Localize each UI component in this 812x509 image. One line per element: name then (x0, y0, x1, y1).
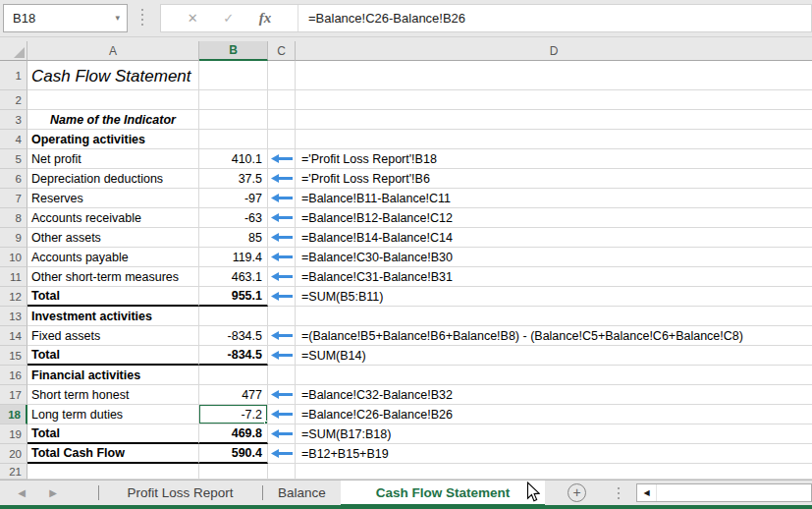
cell-A10[interactable]: Accounts payable (27, 248, 199, 267)
cell-B10[interactable]: 119.4 (199, 248, 268, 267)
cell-C21[interactable] (268, 464, 296, 480)
cell-A13[interactable]: Investment activities (27, 307, 199, 326)
cell-C18[interactable] (268, 405, 296, 424)
cell-A9[interactable]: Other assets (27, 228, 199, 248)
cell-D6[interactable]: ='Profit Loss Report'!B6 (296, 169, 812, 189)
row-header-12[interactable]: 12 (0, 287, 27, 307)
cell-D10[interactable]: =Balance!C30-Balance!B30 (296, 248, 812, 267)
cell-C9[interactable] (268, 228, 296, 248)
sheet-tab-balance[interactable]: Balance (263, 481, 341, 506)
cell-C20[interactable] (268, 444, 296, 464)
cell-B3[interactable] (199, 110, 268, 130)
cell-A4[interactable]: Operating activities (27, 130, 199, 149)
cell-B9[interactable]: 85 (199, 228, 268, 248)
row-header-15[interactable]: 15 (0, 346, 27, 366)
row-header-3[interactable]: 3 (0, 110, 27, 130)
tab-scroll-prev-icon[interactable]: ◀ (12, 481, 31, 506)
cell-B20[interactable]: 590.4 (199, 444, 268, 464)
cell-D13[interactable] (296, 307, 812, 326)
cell-B13[interactable] (199, 307, 268, 326)
row-header-13[interactable]: 13 (0, 307, 27, 326)
cell-D11[interactable]: =Balance!C31-Balance!B31 (296, 267, 812, 287)
cell-C2[interactable] (268, 90, 296, 110)
cell-A2[interactable] (27, 90, 199, 110)
row-header-1[interactable]: 1 (0, 61, 27, 90)
row-header-2[interactable]: 2 (0, 90, 27, 110)
cell-B1[interactable] (199, 61, 268, 90)
row-header-8[interactable]: 8 (0, 208, 27, 228)
cell-C12[interactable] (268, 287, 296, 307)
scroll-left-icon[interactable]: ◀ (637, 484, 657, 501)
cell-D12[interactable]: =SUM(B5:B11) (296, 287, 812, 307)
cell-A16[interactable]: Financial activities (27, 366, 199, 385)
cell-B5[interactable]: 410.1 (199, 149, 268, 169)
cell-B21[interactable] (199, 464, 268, 480)
column-header-D[interactable]: D (296, 41, 812, 61)
cell-C6[interactable] (268, 169, 296, 189)
cell-C7[interactable] (268, 189, 296, 208)
sheet-tab-cash-flow-statement[interactable]: Cash Flow Statement (341, 481, 545, 506)
cell-A5[interactable]: Net profit (27, 149, 199, 169)
column-header-A[interactable]: A (27, 41, 199, 61)
row-header-10[interactable]: 10 (0, 248, 27, 267)
column-header-C[interactable]: C (268, 41, 296, 61)
cell-D4[interactable] (296, 130, 812, 149)
tab-splitter-grip-icon[interactable] (618, 487, 620, 499)
cell-B2[interactable] (199, 90, 268, 110)
row-header-7[interactable]: 7 (0, 189, 27, 208)
cell-B14[interactable]: -834.5 (199, 326, 268, 346)
cell-D15[interactable]: =SUM(B14) (296, 346, 812, 366)
cell-D21[interactable] (296, 464, 812, 480)
row-header-9[interactable]: 9 (0, 228, 27, 248)
cell-D3[interactable] (296, 110, 812, 130)
cell-B6[interactable]: 37.5 (199, 169, 268, 189)
cell-B15[interactable]: -834.5 (199, 346, 268, 366)
cell-A6[interactable]: Depreciation deductions (27, 169, 199, 189)
cell-B8[interactable]: -63 (199, 208, 268, 228)
cell-D5[interactable]: ='Profit Loss Report'!B18 (296, 149, 812, 169)
cell-D18[interactable]: =Balance!C26-Balance!B26 (296, 405, 812, 424)
cell-C17[interactable] (268, 385, 296, 405)
sheet-tab-profit-loss-report[interactable]: Profit Loss Report (98, 481, 262, 506)
scrollbar-thumb[interactable] (657, 484, 811, 501)
cell-C4[interactable] (268, 130, 296, 149)
cell-C19[interactable] (268, 424, 296, 444)
cell-D20[interactable]: =B12+B15+B19 (296, 444, 812, 464)
row-header-21[interactable]: 21 (0, 464, 27, 480)
new-sheet-icon[interactable]: + (568, 483, 586, 502)
cell-A20[interactable]: Total Cash Flow (27, 444, 199, 464)
row-header-16[interactable]: 16 (0, 366, 27, 385)
row-header-11[interactable]: 11 (0, 267, 27, 287)
cell-C10[interactable] (268, 248, 296, 267)
cell-D1[interactable] (296, 61, 812, 90)
insert-function-icon[interactable]: fx (259, 10, 272, 27)
cell-D8[interactable]: =Balance!B12-Balance!C12 (296, 208, 812, 228)
cell-A21[interactable] (27, 464, 199, 480)
cell-D14[interactable]: =(Balance!B5+Balance!B6+Balance!B8) - (B… (296, 326, 812, 346)
cell-B11[interactable]: 463.1 (199, 267, 268, 287)
cell-A17[interactable]: Short term honest (27, 385, 199, 405)
cell-C1[interactable] (268, 61, 296, 90)
name-box-dropdown-icon[interactable]: ▾ (115, 5, 120, 31)
enter-icon[interactable]: ✓ (223, 11, 234, 26)
select-all-corner[interactable] (0, 41, 27, 61)
cell-D9[interactable]: =Balance!B14-Balance!C14 (296, 228, 812, 248)
column-header-B[interactable]: B (199, 41, 268, 61)
cell-C5[interactable] (268, 149, 296, 169)
cell-A3[interactable]: Name of the Indicator (27, 110, 199, 130)
cell-A14[interactable]: Fixed assets (27, 326, 199, 346)
cancel-icon[interactable]: ✕ (188, 11, 198, 26)
horizontal-scrollbar[interactable]: ◀ (636, 483, 812, 502)
cell-A12[interactable]: Total (27, 287, 199, 307)
cell-C8[interactable] (268, 208, 296, 228)
cell-A11[interactable]: Other short-term measures (27, 267, 199, 287)
row-header-17[interactable]: 17 (0, 385, 27, 405)
cell-C11[interactable] (268, 267, 296, 287)
cell-D19[interactable]: =SUM(B17:B18) (296, 424, 812, 444)
cell-B12[interactable]: 955.1 (199, 287, 268, 307)
cell-A8[interactable]: Accounts receivable (27, 208, 199, 228)
cell-A15[interactable]: Total (27, 346, 199, 366)
cell-A7[interactable]: Reserves (27, 189, 199, 208)
tab-scroll-next-icon[interactable]: ▶ (43, 481, 63, 506)
cell-C13[interactable] (268, 307, 296, 326)
